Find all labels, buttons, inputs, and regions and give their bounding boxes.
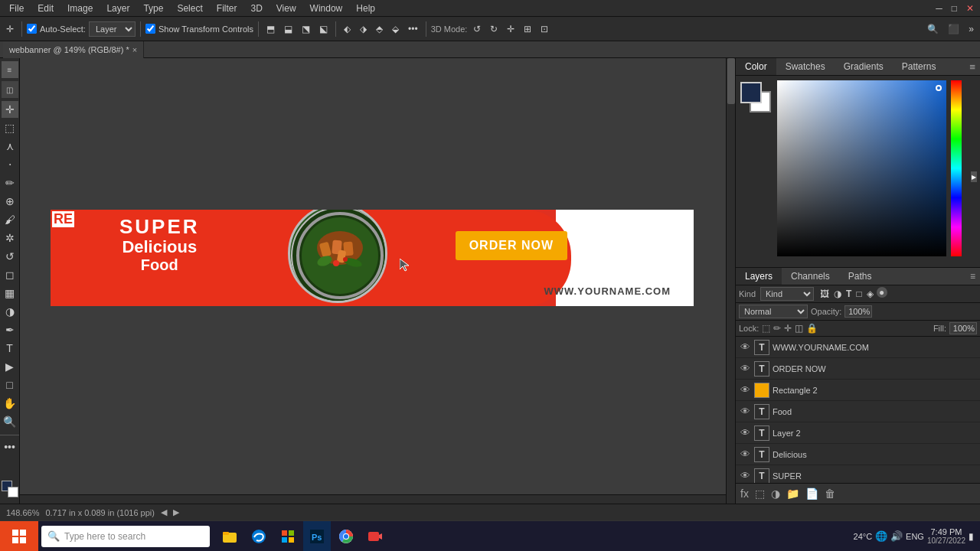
lock-all-btn[interactable]: 🔒	[806, 323, 818, 334]
heal-tool[interactable]: ⊕	[2, 193, 18, 210]
taskbar-explorer-icon[interactable]	[216, 521, 243, 552]
menu-type[interactable]: Type	[137, 2, 169, 15]
align-vcenter-btn[interactable]: ⬓	[281, 22, 296, 36]
menu-file[interactable]: File	[3, 2, 30, 15]
tab-close-btn[interactable]: ×	[132, 45, 137, 54]
gradient-tool[interactable]: ▦	[2, 285, 18, 302]
layer-row-www[interactable]: 👁 T WWW.YOURNAME.COM	[736, 337, 980, 358]
lock-position-btn[interactable]: ✛	[784, 323, 792, 334]
expand-btn[interactable]: »	[965, 22, 977, 36]
move-tool[interactable]: ✛	[2, 101, 18, 118]
status-nav-back[interactable]: ◀	[161, 507, 167, 517]
taskbar-clock[interactable]: 7:49 PM 10/27/2022	[927, 527, 965, 545]
layer-visibility-www[interactable]: 👁	[739, 341, 751, 353]
eyedropper-tool[interactable]: ✏	[2, 174, 18, 191]
taskbar-edge-icon[interactable]	[245, 521, 273, 552]
expand-arrow[interactable]: ▶	[971, 171, 977, 182]
layer-row-rect2[interactable]: 👁 Rectangle 2	[736, 380, 980, 401]
distribute-left-btn[interactable]: ⬙	[389, 22, 402, 36]
more-tools-btn[interactable]: •••	[2, 439, 18, 455]
auto-select-checkbox[interactable]: Auto-Select:	[27, 24, 86, 34]
pan-btn[interactable]: ✛	[504, 22, 518, 36]
zoom-tool[interactable]: 🔍	[2, 413, 18, 430]
menu-image[interactable]: Image	[61, 2, 99, 15]
opacity-input[interactable]	[844, 305, 872, 318]
lock-artboard-btn[interactable]: ◫	[795, 323, 803, 334]
taskbar-search-box[interactable]: 🔍 Type here to search	[41, 526, 210, 547]
shape-tool[interactable]: □	[2, 377, 18, 393]
align-bottom-btn[interactable]: ⬔	[299, 22, 313, 36]
orbit-btn[interactable]: ⊞	[521, 22, 534, 36]
panel-options-btn[interactable]: ≡	[2, 61, 18, 78]
menu-3d[interactable]: 3D	[244, 2, 268, 15]
taskbar-store-icon[interactable]	[274, 521, 302, 552]
show-transform-checkbox[interactable]: Show Transform Controls	[145, 24, 253, 34]
dodge-tool[interactable]: ◑	[2, 303, 18, 320]
distribute-vcenter-btn[interactable]: ⬗	[357, 22, 370, 36]
filter-smart-btn[interactable]: ◈	[865, 287, 875, 301]
align-top-btn[interactable]: ⬒	[263, 22, 278, 36]
close-btn[interactable]: ✕	[963, 2, 977, 15]
layer-visibility-ordernow[interactable]: 👁	[739, 363, 751, 374]
distribute-top-btn[interactable]: ⬖	[341, 22, 354, 36]
path-tool[interactable]: ▶	[2, 358, 18, 375]
tab-layers[interactable]: Layers	[736, 268, 782, 285]
auto-select-input[interactable]	[27, 24, 37, 34]
marquee-tool[interactable]: ⬚	[2, 119, 18, 136]
horizontal-scrollbar[interactable]	[20, 494, 726, 504]
status-nav-fwd[interactable]: ▶	[173, 507, 179, 517]
type-tool[interactable]: T	[2, 340, 18, 357]
show-desktop-btn[interactable]: ▮	[969, 531, 974, 542]
hand-tool[interactable]: ✋	[2, 395, 18, 412]
layer-row-food[interactable]: 👁 T Food	[736, 401, 980, 422]
rotate-btn[interactable]: ↺	[470, 22, 484, 36]
fg-color-box[interactable]	[740, 82, 762, 103]
new-group-btn[interactable]: 📁	[785, 486, 801, 501]
layer-visibility-layer2[interactable]: 👁	[739, 427, 751, 439]
volume-icon[interactable]: 🔊	[890, 530, 903, 542]
background-color[interactable]	[8, 487, 18, 497]
zoom3d-btn[interactable]: ⊡	[537, 22, 551, 36]
pen-tool[interactable]: ✒	[2, 321, 18, 338]
layer-row-super[interactable]: 👁 T SUPER	[736, 465, 980, 483]
tab-color[interactable]: Color	[736, 58, 776, 75]
filter-shape-btn[interactable]: □	[854, 287, 863, 301]
rotate2-btn[interactable]: ↻	[487, 22, 501, 36]
taskbar-ps-icon[interactable]: Ps	[303, 521, 331, 552]
brush-tool[interactable]: 🖌	[2, 211, 18, 228]
scrollbar-thumb[interactable]	[727, 58, 735, 104]
delete-layer-btn[interactable]: 🗑	[823, 486, 837, 501]
workspace-btn[interactable]: ⬛	[945, 22, 962, 36]
crop-tool[interactable]: ⬝	[2, 156, 18, 173]
more-options-btn[interactable]: •••	[405, 22, 421, 36]
layers-panel-menu-btn[interactable]: ≡	[965, 268, 980, 285]
lasso-tool[interactable]: ⋏	[2, 138, 18, 155]
fill-input[interactable]	[949, 322, 977, 334]
eraser-tool[interactable]: ◻	[2, 266, 18, 283]
menu-help[interactable]: Help	[350, 2, 381, 15]
color-panel-menu-btn[interactable]: ≡	[965, 58, 980, 75]
layer-visibility-rect2[interactable]: 👁	[739, 384, 751, 396]
filter-type-btn[interactable]: T	[844, 287, 853, 301]
layer-visibility-food[interactable]: 👁	[739, 406, 751, 417]
tab-patterns[interactable]: Patterns	[893, 58, 946, 75]
filter-adjustment-btn[interactable]: ◑	[832, 287, 843, 301]
add-adjustment-btn[interactable]: ◑	[769, 486, 782, 501]
filter-kind-dropdown[interactable]: Kind	[760, 287, 814, 301]
move-tool-options[interactable]: ✛	[3, 22, 17, 36]
layer-dropdown[interactable]: Layer Group	[89, 21, 136, 37]
layer-visibility-delicious[interactable]: 👁	[739, 448, 751, 460]
doc-tab-active[interactable]: webbanner @ 149% (RGB/8#) * ×	[3, 41, 144, 58]
tool-adjustment-btn[interactable]: ◫	[2, 81, 18, 98]
add-mask-btn[interactable]: ⬚	[753, 486, 766, 501]
maximize-btn[interactable]: □	[949, 2, 960, 15]
order-now-btn[interactable]: ORDER NOW	[456, 231, 567, 260]
menu-edit[interactable]: Edit	[31, 2, 60, 15]
color-spectrum[interactable]	[777, 80, 946, 256]
taskbar-video-icon[interactable]	[361, 521, 389, 552]
layer-row-delicious[interactable]: 👁 T Delicious	[736, 444, 980, 465]
color-spectrum-area[interactable]	[777, 80, 962, 256]
filter-pixel-btn[interactable]: 🖼	[818, 287, 831, 301]
menu-view[interactable]: View	[270, 2, 302, 15]
vertical-scrollbar[interactable]	[726, 58, 735, 504]
